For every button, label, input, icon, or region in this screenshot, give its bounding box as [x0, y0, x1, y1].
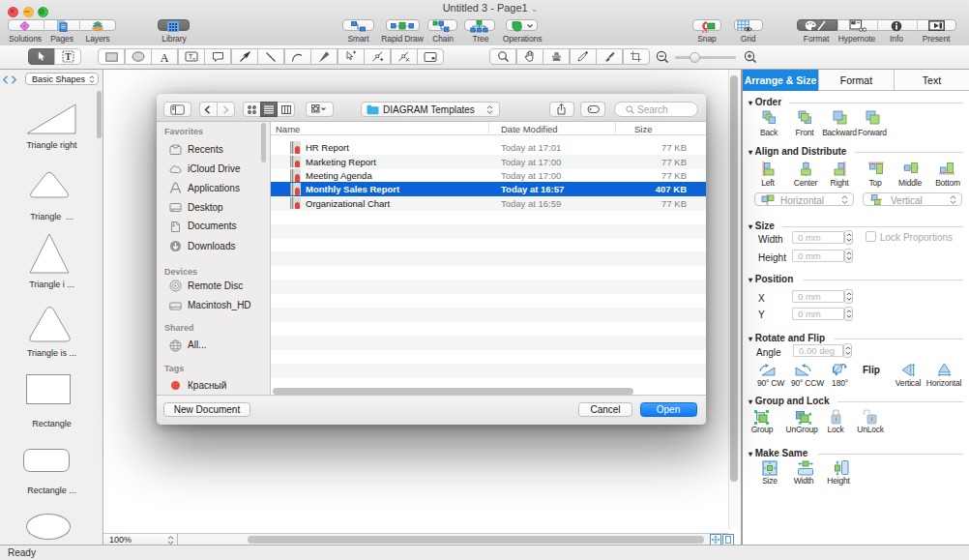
svg-text:T: T — [65, 52, 72, 62]
svg-text:A: A — [161, 51, 169, 63]
svg-text:T: T — [188, 52, 192, 61]
